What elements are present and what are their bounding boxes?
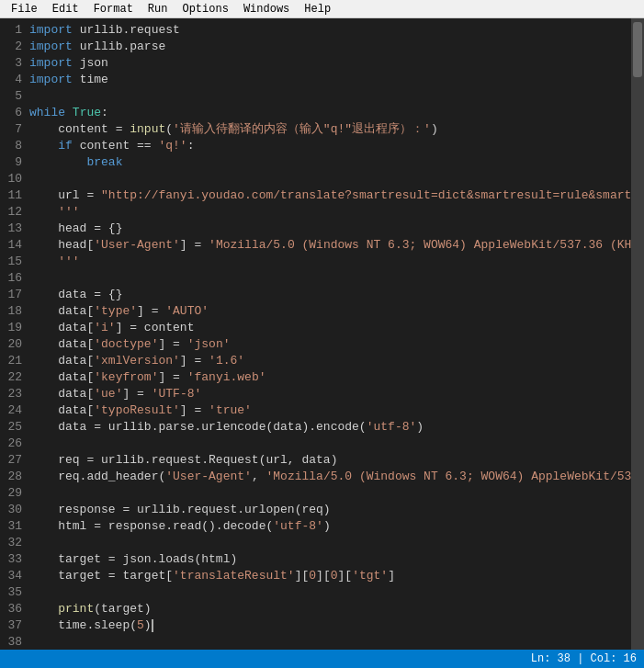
- scrollbar-thumb[interactable]: [633, 22, 642, 77]
- scrollbar-vertical[interactable]: [631, 18, 644, 650]
- menu-file[interactable]: File: [4, 1, 45, 17]
- menu-windows[interactable]: Windows: [236, 1, 297, 17]
- menubar: File Edit Format Run Options Windows Hel…: [0, 0, 644, 18]
- menu-format[interactable]: Format: [86, 1, 141, 17]
- cursor-position: Ln: 38 | Col: 16: [531, 652, 637, 665]
- menu-edit[interactable]: Edit: [45, 1, 86, 17]
- editor-area: 1 2 3 4 5 6 7 8 9 10 11 12 13 14 15 16 1…: [0, 18, 644, 650]
- menu-run[interactable]: Run: [141, 1, 175, 17]
- status-bar: Ln: 38 | Col: 16: [0, 650, 644, 668]
- menu-options[interactable]: Options: [175, 1, 235, 17]
- menu-help[interactable]: Help: [297, 1, 338, 17]
- line-numbers: 1 2 3 4 5 6 7 8 9 10 11 12 13 14 15 16 1…: [0, 18, 26, 650]
- code-editor[interactable]: import urllib.request import urllib.pars…: [26, 18, 631, 650]
